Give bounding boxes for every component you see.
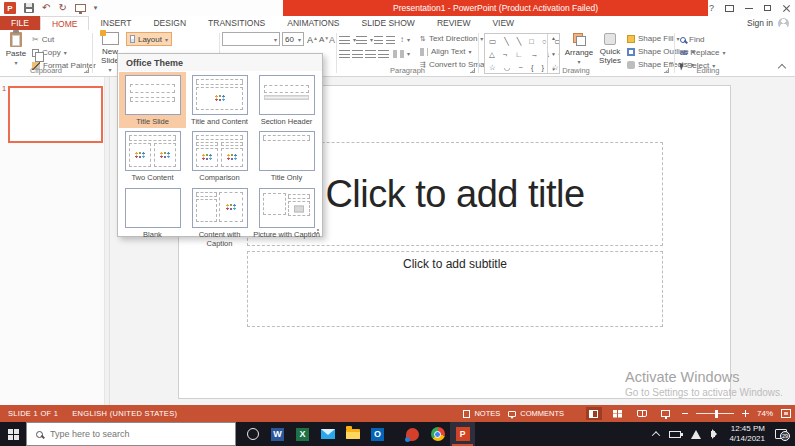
replace-button[interactable]: ab Replace ▾ [680, 47, 726, 58]
decrease-indent-button[interactable] [374, 34, 383, 45]
chrome-button[interactable] [425, 422, 450, 446]
start-button[interactable] [0, 422, 26, 446]
layout-item-comparison[interactable]: Comparison [186, 128, 253, 184]
ribbon-display-options-icon[interactable] [725, 5, 734, 12]
layout-item-title-slide[interactable]: Title Slide [119, 72, 186, 128]
shapes-row[interactable]: △ ¬ ∟ → ↓ ◠ [489, 48, 545, 61]
collapse-ribbon-icon[interactable] [778, 64, 786, 72]
layout-item-title-only[interactable]: Title Only [253, 128, 320, 184]
normal-view-button[interactable] [586, 407, 602, 420]
columns-button[interactable]: ▾ [393, 48, 410, 59]
zoom-slider[interactable] [696, 413, 734, 414]
subtitle-placeholder[interactable]: Click to add subtitle [247, 251, 663, 327]
volume-icon[interactable] [711, 431, 715, 437]
zoom-percent[interactable]: 74% [757, 409, 773, 418]
align-center-button[interactable] [352, 48, 363, 59]
drawing-dialog-launcher-icon[interactable] [664, 68, 669, 73]
avatar[interactable] [778, 18, 789, 29]
tab-review[interactable]: REVIEW [426, 16, 482, 30]
copy-button[interactable]: Copy ▾ [32, 47, 67, 58]
taskbar-search[interactable] [26, 422, 236, 446]
notes-button[interactable]: NOTES [463, 409, 500, 418]
language-indicator[interactable]: ENGLISH (UNITED STATES) [72, 409, 177, 418]
slide-sorter-view-button[interactable] [610, 407, 626, 420]
fit-slide-to-window-icon[interactable] [781, 409, 791, 418]
line-spacing-button[interactable]: ↕▾ [400, 34, 410, 45]
find-button[interactable]: Find [680, 34, 705, 45]
justify-button[interactable] [378, 48, 389, 59]
paste-button[interactable]: Paste ▾ [3, 32, 29, 67]
increase-font-button[interactable]: A▲ [307, 34, 318, 45]
menu-resize-handle[interactable] [314, 228, 320, 234]
tab-insert[interactable]: INSERT [89, 16, 142, 30]
tab-animations[interactable]: ANIMATIONS [276, 16, 350, 30]
align-left-button[interactable] [339, 48, 350, 59]
layout-button[interactable]: Layout ▾ [126, 32, 172, 46]
start-from-beginning-icon[interactable] [75, 4, 86, 12]
layout-item-picture-with-caption[interactable]: Picture with Caption [253, 185, 320, 251]
paragraph-dialog-launcher-icon[interactable] [470, 68, 475, 73]
clipboard-dialog-launcher-icon[interactable] [84, 68, 89, 73]
cut-button[interactable]: ✂ Cut [32, 34, 54, 45]
network-icon[interactable] [691, 430, 701, 439]
show-hidden-icons-chevron[interactable] [652, 431, 660, 439]
scroll-up-icon[interactable]: ▲ [551, 35, 556, 41]
clock[interactable]: 12:45 PM 4/14/2021 [729, 424, 765, 445]
excel-button[interactable]: X [290, 422, 315, 446]
text-direction-button[interactable]: ⇅ Text Direction ▾ [420, 33, 483, 44]
search-input[interactable] [50, 429, 210, 439]
tab-view[interactable]: VIEW [481, 16, 525, 30]
zoom-in-button[interactable] [742, 410, 749, 417]
align-right-button[interactable] [365, 48, 376, 59]
powerpoint-app-icon[interactable]: P [4, 2, 16, 14]
layout-item-two-content[interactable]: Two Content [119, 128, 186, 184]
layout-item-content-with-caption[interactable]: Content with Caption [186, 185, 253, 251]
shapes-row[interactable]: ▭ ╲ ╲ □ ○ ▭ [489, 35, 545, 48]
outlook-button[interactable]: O [365, 422, 390, 446]
decrease-font-button[interactable]: A▼ [319, 34, 329, 45]
increase-indent-button[interactable] [386, 34, 395, 45]
font-size-combo[interactable]: 60 ▾ [282, 32, 304, 46]
cortana-button[interactable] [240, 422, 265, 446]
tab-design[interactable]: DESIGN [142, 16, 197, 30]
slides-panel-scrollbar[interactable] [104, 77, 109, 405]
tab-file[interactable]: FILE [0, 16, 40, 30]
mail-button[interactable] [315, 422, 340, 446]
clear-formatting-button[interactable]: A [329, 34, 335, 45]
action-center-icon[interactable]: 29 [775, 429, 787, 439]
layout-item-blank[interactable]: Blank [119, 185, 186, 251]
undo-icon[interactable]: ↶ [42, 3, 50, 13]
comments-button[interactable]: COMMENTS [508, 409, 564, 418]
shape-fill-button[interactable]: Shape Fill ▾ [627, 33, 680, 44]
layout-item-section-header[interactable]: Section Header [253, 72, 320, 128]
zoom-out-button[interactable] [682, 413, 688, 414]
restore-icon[interactable] [764, 5, 771, 11]
file-explorer-button[interactable] [340, 422, 365, 446]
bullets-button[interactable]: ▾ [339, 34, 356, 45]
numbering-button[interactable]: ▾ [356, 34, 373, 45]
slides-panel[interactable]: 1 [0, 77, 110, 405]
save-icon[interactable] [24, 3, 34, 13]
slide-show-button[interactable] [658, 407, 674, 420]
scroll-down-icon[interactable]: ▼ [551, 51, 556, 57]
align-text-button[interactable]: Align Text ▾ [420, 46, 472, 57]
battery-icon[interactable] [669, 431, 681, 438]
zoom-slider-thumb[interactable] [715, 410, 718, 418]
help-icon[interactable]: ? [709, 3, 714, 13]
reading-view-button[interactable] [634, 407, 650, 420]
minimize-icon[interactable] [745, 8, 753, 9]
app-button[interactable] [400, 422, 425, 446]
tab-transitions[interactable]: TRANSITIONS [197, 16, 276, 30]
redo-icon[interactable]: ↻ [58, 3, 66, 13]
tab-home[interactable]: HOME [40, 16, 90, 30]
arrange-button[interactable]: Arrange ▾ [564, 33, 594, 66]
word-button[interactable]: W [265, 422, 290, 446]
sign-in[interactable]: Sign in [747, 16, 795, 30]
font-name-combo[interactable]: ▾ [222, 32, 280, 46]
customize-qat-icon[interactable]: ▾ [94, 4, 98, 12]
layout-item-title-and-content[interactable]: Title and Content [186, 72, 253, 128]
close-icon[interactable] [782, 4, 791, 13]
slide-thumbnail[interactable] [8, 86, 103, 143]
powerpoint-taskbar-button[interactable]: P [450, 422, 475, 446]
tab-slideshow[interactable]: SLIDE SHOW [351, 16, 426, 30]
